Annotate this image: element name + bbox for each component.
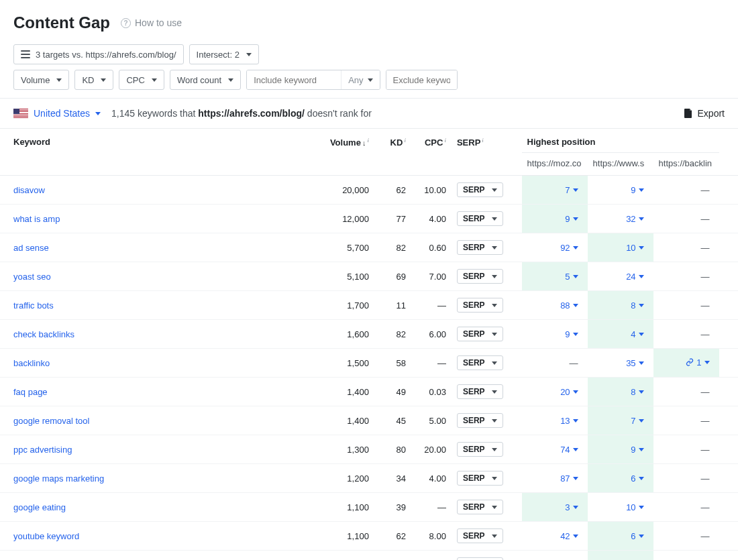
chevron-down-icon: [368, 78, 373, 82]
intersect-filter-button[interactable]: Intersect: 2: [189, 44, 259, 64]
keyword-link[interactable]: backlinko: [13, 358, 50, 368]
cpc-cell: 4.00: [411, 464, 452, 493]
col-empty: [719, 129, 738, 176]
export-button[interactable]: Export: [684, 108, 725, 119]
serp-button[interactable]: SERP: [457, 471, 503, 486]
keyword-link[interactable]: faq page: [13, 387, 48, 397]
chevron-down-icon: [573, 246, 578, 249]
position-cell: —: [653, 291, 719, 320]
chevron-down-icon: [492, 275, 497, 278]
serp-button[interactable]: SERP: [457, 442, 503, 457]
col-keyword[interactable]: Keyword: [0, 129, 321, 176]
empty-cell: [719, 233, 738, 262]
position-cell[interactable]: 8: [588, 291, 653, 320]
position-cell[interactable]: 9: [588, 435, 653, 464]
serp-button[interactable]: SERP: [457, 384, 503, 399]
position-cell[interactable]: 13: [522, 406, 588, 435]
cpc-filter-label: CPC: [126, 75, 144, 85]
position-cell: —: [653, 551, 719, 561]
position-cell[interactable]: 9: [588, 176, 653, 205]
cpc-cell: —: [411, 349, 452, 378]
sort-desc-icon: ↓: [362, 139, 366, 147]
position-cell[interactable]: 92: [522, 233, 588, 262]
serp-button[interactable]: SERP: [457, 557, 503, 560]
col-competitor-1[interactable]: https://moz.co: [522, 153, 588, 176]
kd-filter-button[interactable]: KD: [74, 70, 113, 90]
col-serp[interactable]: SERPi: [452, 129, 509, 176]
empty-cell: [719, 378, 738, 406]
keyword-link[interactable]: ad sense: [13, 243, 49, 253]
kd-filter-label: KD: [82, 75, 94, 85]
chevron-down-icon: [639, 361, 644, 365]
how-to-use-link[interactable]: ? How to use: [121, 17, 182, 28]
position-cell[interactable]: 3: [522, 493, 588, 522]
position-cell[interactable]: 5: [588, 551, 653, 561]
position-cell[interactable]: 5: [522, 262, 588, 291]
keyword-link[interactable]: google removal tool: [13, 416, 89, 426]
col-kd[interactable]: KDi: [374, 129, 411, 176]
position-cell[interactable]: 1: [653, 349, 719, 378]
position-cell[interactable]: 87: [522, 464, 588, 493]
kd-cell: 62: [374, 551, 411, 561]
col-competitor-3[interactable]: https://backlin: [653, 153, 719, 176]
position-cell[interactable]: 92: [522, 551, 588, 561]
keyword-link[interactable]: google maps marketing: [13, 473, 104, 484]
position-cell[interactable]: 10: [588, 493, 653, 522]
exclude-keyword-input[interactable]: [386, 70, 457, 89]
position-cell[interactable]: 9: [522, 320, 588, 349]
serp-button[interactable]: SERP: [457, 528, 503, 543]
country-selector[interactable]: United States: [13, 108, 101, 119]
serp-button[interactable]: SERP: [457, 327, 503, 341]
table-row: google removal tool1,400455.00SERP13 7 —: [0, 406, 738, 435]
include-keyword-input[interactable]: [247, 70, 341, 89]
include-match-button[interactable]: Any: [341, 70, 379, 89]
cpc-filter-button[interactable]: CPC: [119, 70, 164, 90]
empty-cell: [719, 291, 738, 320]
serp-button[interactable]: SERP: [457, 182, 503, 197]
serp-button[interactable]: SERP: [457, 298, 503, 313]
col-cpc[interactable]: CPCi: [411, 129, 452, 176]
position-cell[interactable]: 24: [588, 262, 653, 291]
keyword-link[interactable]: youtube keyword: [13, 531, 79, 541]
position-cell[interactable]: 10: [588, 233, 653, 262]
volume-cell: 1,100: [321, 522, 374, 551]
position-cell[interactable]: 9: [522, 205, 588, 233]
serp-button[interactable]: SERP: [457, 355, 503, 370]
keyword-link[interactable]: google eating: [13, 502, 66, 512]
serp-button[interactable]: SERP: [457, 211, 503, 226]
keyword-link[interactable]: yoast seo: [13, 272, 51, 282]
position-cell[interactable]: 35: [588, 349, 653, 378]
serp-cell: SERP: [452, 291, 509, 320]
word-count-filter-button[interactable]: Word count: [170, 70, 241, 90]
keyword-link[interactable]: disavow: [13, 185, 45, 195]
volume-cell: 5,700: [321, 233, 374, 262]
position-cell[interactable]: 7: [522, 176, 588, 205]
serp-button[interactable]: SERP: [457, 240, 503, 255]
col-volume[interactable]: Volume↓i: [321, 129, 374, 176]
targets-filter-button[interactable]: 3 targets vs. https://ahrefs.com/blog/: [13, 44, 184, 64]
keyword-link[interactable]: ppc advertising: [13, 445, 72, 455]
kd-cell: 45: [374, 406, 411, 435]
position-cell[interactable]: 4: [588, 320, 653, 349]
position-cell[interactable]: 88: [522, 291, 588, 320]
volume-filter-button[interactable]: Volume: [13, 70, 69, 90]
position-cell[interactable]: 42: [522, 522, 588, 551]
keyword-cell: google maps marketing: [0, 464, 321, 493]
position-cell[interactable]: 8: [588, 378, 653, 406]
keyword-link[interactable]: traffic bots: [13, 300, 54, 311]
help-icon: ?: [121, 18, 131, 28]
position-cell[interactable]: 6: [588, 522, 653, 551]
table-row: google eating1,10039—SERP3 10 —: [0, 493, 738, 522]
position-cell[interactable]: 20: [522, 378, 588, 406]
keyword-link[interactable]: what is amp: [13, 214, 60, 224]
serp-button[interactable]: SERP: [457, 413, 503, 428]
kd-cell: 49: [374, 378, 411, 406]
position-cell[interactable]: 74: [522, 435, 588, 464]
position-cell[interactable]: 6: [588, 464, 653, 493]
col-competitor-2[interactable]: https://www.s: [588, 153, 653, 176]
serp-button[interactable]: SERP: [457, 500, 503, 514]
position-cell[interactable]: 7: [588, 406, 653, 435]
keyword-link[interactable]: check backlinks: [13, 329, 74, 339]
position-cell[interactable]: 32: [588, 205, 653, 233]
serp-button[interactable]: SERP: [457, 269, 503, 284]
